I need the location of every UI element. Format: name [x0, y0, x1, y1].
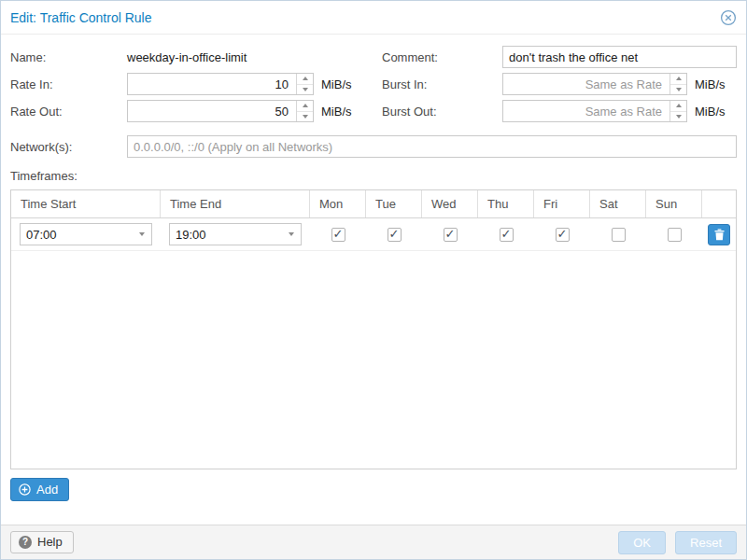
spinner-down-icon[interactable] [670, 112, 686, 122]
spinner-up-icon[interactable] [670, 74, 686, 85]
rate-out-input[interactable] [127, 100, 314, 122]
help-button-label: Help [37, 535, 63, 549]
time-end-value: 19:00 [176, 228, 206, 242]
form-column-right: Comment: Burst In: MiB/s Burst [382, 46, 737, 127]
spinner-down-icon[interactable] [297, 112, 313, 122]
networks-input[interactable] [127, 135, 737, 158]
column-header-fri[interactable]: Fri [534, 190, 590, 217]
time-start-value: 07:00 [26, 228, 57, 242]
column-header-time-end[interactable]: Time End [161, 190, 310, 217]
dialog-titlebar: Edit: Traffic Control Rule [1, 1, 746, 35]
help-button[interactable]: ? Help [10, 531, 74, 553]
burst-in-unit: MiB/s [695, 77, 726, 91]
column-header-tue[interactable]: Tue [366, 190, 422, 217]
checkbox-sun[interactable] [668, 228, 682, 242]
ok-button[interactable]: OK [618, 531, 666, 554]
timeframes-label: Timeframes: [10, 169, 737, 183]
add-circle-icon [19, 483, 31, 496]
grid-empty-area [11, 251, 736, 469]
burst-in-label: Burst In: [382, 77, 502, 91]
burst-in-field [502, 73, 687, 95]
burst-out-label: Burst Out: [382, 105, 502, 119]
timeframes-grid: Time Start Time End Mon Tue Wed Thu Fri … [10, 189, 737, 469]
sun-cell [646, 228, 702, 242]
rate-in-label: Rate In: [10, 77, 127, 91]
rate-out-row: Rate Out: MiB/s [10, 100, 382, 122]
burst-out-row: Burst Out: MiB/s [382, 100, 737, 122]
rate-out-field [127, 100, 314, 122]
reset-button[interactable]: Reset [675, 531, 737, 554]
column-header-mon[interactable]: Mon [310, 190, 366, 217]
actions-cell [702, 224, 736, 245]
burst-in-input[interactable] [502, 73, 687, 95]
checkbox-thu[interactable] [500, 228, 514, 242]
timeframe-row: 07:00 19:00 [11, 218, 736, 251]
mon-cell [310, 228, 366, 242]
sat-cell [590, 228, 646, 242]
grid-header: Time Start Time End Mon Tue Wed Thu Fri … [11, 190, 736, 218]
tue-cell [366, 228, 422, 242]
form-columns: Name: weekday-in-office-limit Rate In: M… [10, 46, 737, 127]
checkbox-fri[interactable] [556, 228, 570, 242]
spinner-down-icon[interactable] [297, 85, 313, 95]
burst-out-field [502, 100, 687, 122]
name-label: Name: [10, 50, 127, 64]
question-mark-icon: ? [19, 536, 32, 549]
chevron-down-icon[interactable] [133, 224, 151, 245]
rate-in-row: Rate In: MiB/s [10, 73, 382, 95]
rate-in-field [127, 73, 314, 95]
column-header-sat[interactable]: Sat [590, 190, 646, 217]
spinner-down-icon[interactable] [670, 85, 686, 95]
delete-row-button[interactable] [708, 224, 730, 245]
thu-cell [478, 228, 534, 242]
column-header-sun[interactable]: Sun [646, 190, 702, 217]
dialog-footer: ? Help OK Reset [1, 525, 746, 559]
spinner-up-icon[interactable] [297, 101, 313, 112]
column-header-thu[interactable]: Thu [478, 190, 534, 217]
fri-cell [534, 228, 590, 242]
name-value: weekday-in-office-limit [127, 50, 247, 64]
burst-out-unit: MiB/s [695, 105, 726, 119]
add-button[interactable]: Add [10, 478, 69, 501]
rate-out-unit: MiB/s [321, 105, 352, 119]
trash-icon [714, 229, 725, 241]
rate-in-input[interactable] [127, 73, 314, 95]
spinner-up-icon[interactable] [670, 101, 686, 112]
time-end-cell: 19:00 [161, 223, 310, 245]
checkbox-tue[interactable] [388, 228, 402, 242]
dialog-title: Edit: Traffic Control Rule [10, 10, 151, 25]
column-header-wed[interactable]: Wed [422, 190, 478, 217]
comment-label: Comment: [382, 50, 502, 64]
rate-out-spinner [296, 101, 313, 121]
burst-in-spinner [669, 74, 686, 94]
checkbox-wed[interactable] [444, 228, 458, 242]
add-button-label: Add [36, 483, 58, 497]
time-end-combo[interactable]: 19:00 [169, 223, 302, 245]
wed-cell [422, 228, 478, 242]
burst-out-spinner [669, 101, 686, 121]
comment-input[interactable] [502, 46, 737, 68]
column-header-time-start[interactable]: Time Start [11, 190, 161, 217]
rate-in-spinner [296, 74, 313, 94]
edit-traffic-control-rule-dialog: Edit: Traffic Control Rule Name: weekday… [0, 0, 747, 560]
rate-in-unit: MiB/s [321, 77, 352, 91]
time-start-combo[interactable]: 07:00 [20, 223, 152, 245]
comment-row: Comment: [382, 46, 737, 68]
rate-out-label: Rate Out: [10, 105, 127, 119]
close-icon[interactable] [720, 9, 737, 26]
networks-row: Network(s): [10, 135, 737, 158]
chevron-down-icon[interactable] [282, 224, 301, 245]
checkbox-mon[interactable] [331, 228, 345, 242]
networks-label: Network(s): [10, 140, 127, 154]
checkbox-sat[interactable] [612, 228, 626, 242]
burst-out-input[interactable] [502, 100, 687, 122]
column-header-actions [702, 190, 736, 217]
name-row: Name: weekday-in-office-limit [10, 46, 382, 68]
dialog-body: Name: weekday-in-office-limit Rate In: M… [1, 35, 746, 525]
form-column-left: Name: weekday-in-office-limit Rate In: M… [10, 46, 382, 127]
spinner-up-icon[interactable] [297, 74, 313, 85]
time-start-cell: 07:00 [11, 223, 161, 245]
burst-in-row: Burst In: MiB/s [382, 73, 737, 95]
